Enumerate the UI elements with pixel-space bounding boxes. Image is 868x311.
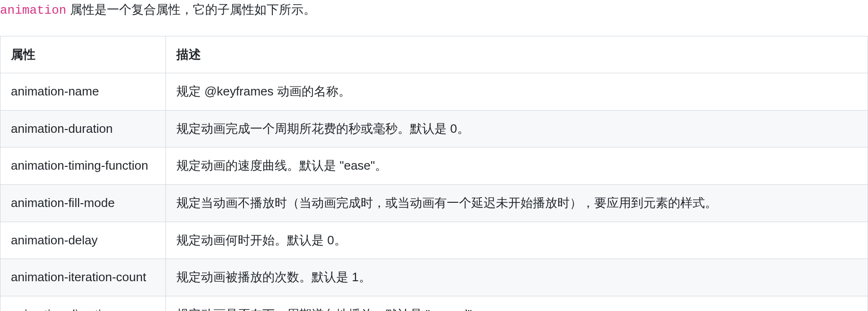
cell-description: 规定动画的速度曲线。默认是 "ease"。 [166, 147, 868, 185]
cell-description: 规定 @keyframes 动画的名称。 [166, 73, 868, 111]
cell-property: animation-delay [0, 222, 166, 259]
cell-property: animation-timing-function [0, 147, 166, 185]
intro-paragraph: animation 属性是一个复合属性，它的子属性如下所示。 [0, 0, 868, 28]
table-row: animation-duration 规定动画完成一个周期所花费的秒或毫秒。默认… [0, 110, 868, 147]
code-term: animation [0, 3, 66, 17]
cell-property: animation-name [0, 73, 166, 111]
cell-property: animation-fill-mode [0, 184, 166, 222]
header-property: 属性 [0, 36, 166, 73]
header-description: 描述 [166, 36, 868, 73]
table-header-row: 属性 描述 [0, 36, 868, 73]
cell-description: 规定动画是否在下一周期逆向地播放。默认是 "normal"。 [166, 296, 868, 311]
table-row: animation-fill-mode 规定当动画不播放时（当动画完成时，或当动… [0, 184, 868, 222]
table-row: animation-direction 规定动画是否在下一周期逆向地播放。默认是… [0, 296, 868, 311]
cell-property: animation-direction [0, 296, 166, 311]
properties-table: 属性 描述 animation-name 规定 @keyframes 动画的名称… [0, 36, 868, 311]
intro-text: 属性是一个复合属性，它的子属性如下所示。 [66, 2, 315, 17]
table-row: animation-timing-function 规定动画的速度曲线。默认是 … [0, 147, 868, 185]
cell-property: animation-duration [0, 110, 166, 147]
cell-property: animation-iteration-count [0, 259, 166, 296]
cell-description: 规定当动画不播放时（当动画完成时，或当动画有一个延迟未开始播放时），要应用到元素… [166, 184, 868, 222]
cell-description: 规定动画何时开始。默认是 0。 [166, 222, 868, 259]
cell-description: 规定动画完成一个周期所花费的秒或毫秒。默认是 0。 [166, 110, 868, 147]
table-row: animation-name 规定 @keyframes 动画的名称。 [0, 73, 868, 111]
table-row: animation-iteration-count 规定动画被播放的次数。默认是… [0, 259, 868, 296]
cell-description: 规定动画被播放的次数。默认是 1。 [166, 259, 868, 296]
table-row: animation-delay 规定动画何时开始。默认是 0。 [0, 222, 868, 259]
